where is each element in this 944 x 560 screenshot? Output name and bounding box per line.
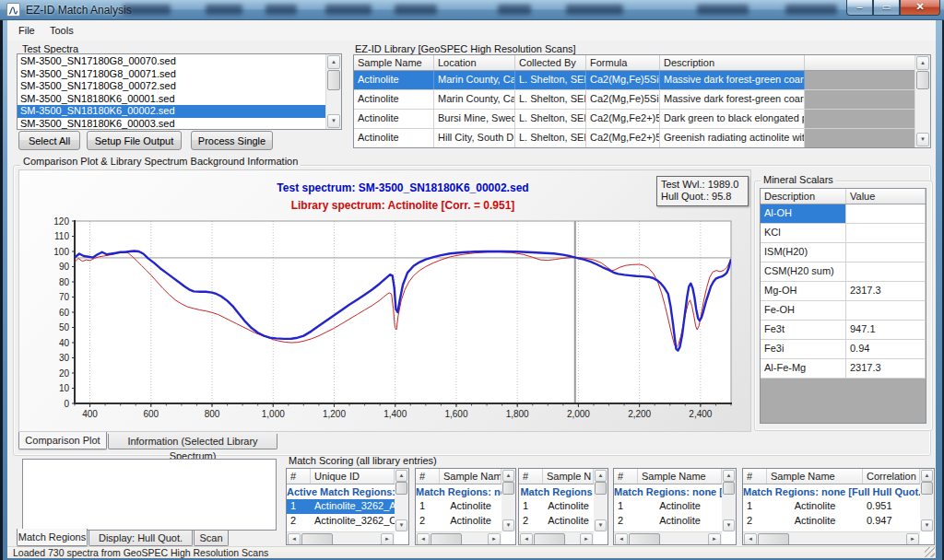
scroll-down-icon[interactable]: ▼ [327,114,340,128]
scroll-down-icon[interactable]: ▼ [502,519,514,531]
match-table-vscrollbar[interactable]: ▲▼ [722,469,736,531]
tab-match-regions[interactable]: Match Regions [17,529,88,546]
match-table-vscrollbar[interactable]: ▲▼ [502,469,515,531]
table-row[interactable]: CSM(H20 sum) [761,262,926,282]
scroll-left-icon[interactable]: ◄ [520,533,533,545]
library-grid-scrollbar[interactable]: ▲▼ [914,55,930,147]
column-header[interactable]: Unique ID [311,469,395,484]
menu-tools[interactable]: Tools [44,23,79,38]
scroll-thumb[interactable] [534,533,565,545]
table-row[interactable]: 2Actinolite [416,514,502,529]
process-single-button[interactable]: Process Single [191,131,273,150]
table-row[interactable]: 1Actinolite0.951 [743,499,920,514]
scroll-up-icon[interactable]: ▲ [916,56,929,70]
scroll-left-icon[interactable]: ◄ [744,533,757,545]
match-table-hscrollbar[interactable]: ◄► [416,531,502,544]
column-header[interactable]: Formula [586,55,660,70]
table-row[interactable]: 2Actinolite [519,514,594,529]
column-header[interactable]: Location [434,55,515,70]
scroll-thumb[interactable] [916,71,929,89]
match-table-vscrollbar[interactable]: ▲▼ [920,469,934,531]
table-row[interactable]: ActinoliteMarin County, Cal...L. Shelton… [354,71,930,90]
column-header[interactable]: Description [660,55,805,70]
scroll-thumb[interactable] [758,533,789,545]
scroll-up-icon[interactable]: ▲ [502,470,514,482]
scroll-up-icon[interactable]: ▲ [395,470,407,482]
table-row[interactable]: Al-OH [761,204,926,224]
column-header[interactable]: Sample Name [638,469,722,484]
table-row[interactable]: ISM(H20) [761,243,926,262]
table-row[interactable]: ActinoliteMarin County, Cal...L. Shelton… [354,90,930,110]
match-table-hscrollbar[interactable]: ◄► [614,531,722,544]
setup-file-output-button[interactable]: Setup File Output [87,131,182,150]
scroll-right-icon[interactable]: ► [488,533,501,545]
match-table-hscrollbar[interactable]: ◄► [519,531,594,544]
column-header[interactable]: # [287,469,311,484]
test-spectra-scrollbar[interactable]: ▲ ▼ [325,54,341,129]
scroll-thumb[interactable] [301,533,333,545]
scroll-down-icon[interactable]: ▼ [921,519,933,531]
scroll-thumb[interactable] [395,482,407,495]
column-header[interactable]: # [519,469,543,484]
match-table-vscrollbar[interactable]: ▲▼ [594,469,608,531]
list-item[interactable]: SM-3500_SN17180G8_00070.sed [18,55,325,68]
table-row[interactable]: 2Actinolite [614,514,722,529]
scroll-thumb[interactable] [502,482,514,495]
scroll-thumb[interactable] [921,482,933,495]
column-header[interactable]: Sample Name [354,55,434,70]
mineral-scalars-grid[interactable]: DescriptionValueAl-OHKClISM(H20)CSM(H20 … [760,188,926,424]
tab-display-hull-quot[interactable]: Display: Hull Quot. [linear] [88,531,193,546]
scroll-down-icon[interactable]: ▼ [916,133,929,146]
scroll-up-icon[interactable]: ▲ [723,470,735,482]
resize-grip-icon[interactable] [925,547,935,557]
scroll-right-icon[interactable]: ► [580,533,593,545]
list-item[interactable]: SM-3500_SN18180K6_00001.sed [18,93,325,106]
scroll-left-icon[interactable]: ◄ [417,533,430,545]
title-bar[interactable]: EZ-ID Match Analysis – ▭ ✕ [0,0,944,20]
column-header[interactable]: Correlation [863,469,920,484]
column-header[interactable]: Sample N [543,469,594,484]
minimize-button[interactable]: – [846,0,873,16]
scroll-up-icon[interactable]: ▲ [595,470,607,482]
comparison-chart[interactable]: Test spectrum: SM-3500_SN18180K6_00002.s… [18,169,751,432]
tab-scan[interactable]: Scan [194,531,229,546]
table-row[interactable]: Fe3i0.94 [761,340,926,359]
column-header[interactable]: Value [846,189,926,204]
test-spectra-listbox[interactable]: SM-3500_SN17180G8_00070.sedSM-3500_SN171… [17,53,342,130]
scroll-right-icon[interactable]: ► [708,533,721,545]
table-row[interactable]: Fe3t947.1 [761,321,926,340]
column-header[interactable]: Sample Name [767,469,863,484]
table-row[interactable]: Mg-OH2317.3 [761,282,926,301]
table-row[interactable]: 2Actinolite0.947 [743,514,920,529]
list-item[interactable]: SM-3500_SN18180K6_00002.sed [18,105,325,118]
scroll-right-icon[interactable]: ► [906,533,919,545]
column-header[interactable]: Description [761,189,846,204]
table-row[interactable]: 2Actinolite_3262_C [287,514,395,529]
match-table[interactable]: #Sample NamMatch Regions: nc1Actinolite2… [415,468,516,545]
library-grid[interactable]: Sample NameLocationCollected ByFormulaDe… [353,54,931,148]
scroll-up-icon[interactable]: ▲ [327,55,340,69]
scroll-right-icon[interactable]: ► [381,533,394,545]
table-row[interactable]: 1Actinolite [614,499,722,514]
match-table-vscrollbar[interactable]: ▲▼ [395,469,408,531]
match-table[interactable]: #Sample NMatch Regions1Actinolite2Actino… [518,468,608,545]
scroll-thumb[interactable] [327,70,340,90]
scroll-left-icon[interactable]: ◄ [288,533,301,545]
column-header[interactable]: # [416,469,440,484]
scroll-thumb[interactable] [595,482,607,495]
match-table[interactable]: #Unique IDActive Match Regions:1Actinoli… [286,468,409,545]
table-row[interactable]: KCl [761,224,926,243]
table-row[interactable]: 1Actinolite_3262_A [287,499,395,514]
table-row[interactable]: 1Actinolite [416,499,502,514]
scroll-thumb[interactable] [431,533,462,545]
scroll-down-icon[interactable]: ▼ [723,519,735,531]
list-item[interactable]: SM-3500_SN17180G8_00072.sed [18,80,325,93]
table-row[interactable]: Al-Fe-Mg2317.3 [761,359,926,379]
match-table[interactable]: #Sample NameCorrelationMatch Regions: no… [742,468,935,545]
tab-comparison-plot[interactable]: Comparison Plot [18,432,107,449]
column-header[interactable]: Sample Nam [440,469,502,484]
menu-file[interactable]: File [13,23,41,38]
scroll-thumb[interactable] [629,533,660,545]
select-all-button[interactable]: Select All [18,131,80,150]
match-table[interactable]: #Sample NameMatch Regions: none [F1Actin… [613,468,737,545]
